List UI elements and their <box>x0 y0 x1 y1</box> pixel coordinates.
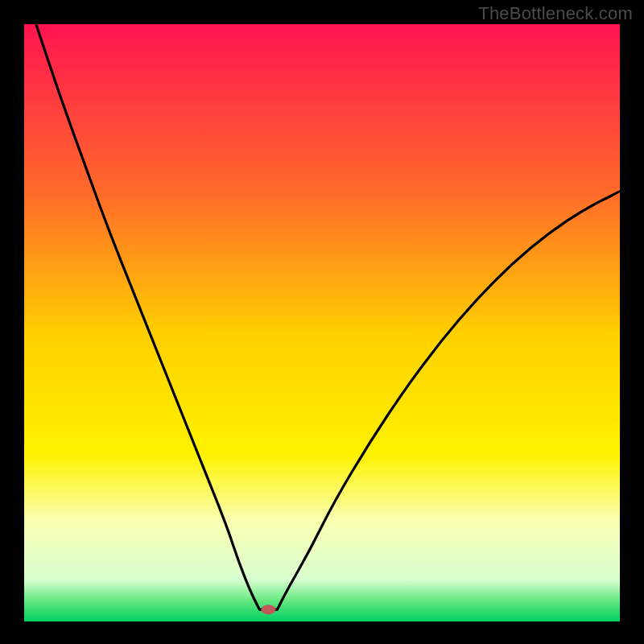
optimal-marker <box>261 605 275 614</box>
watermark-text: TheBottleneck.com <box>478 3 633 24</box>
plot-background <box>24 24 620 621</box>
bottleneck-chart <box>0 0 644 644</box>
chart-frame: TheBottleneck.com <box>0 0 644 644</box>
